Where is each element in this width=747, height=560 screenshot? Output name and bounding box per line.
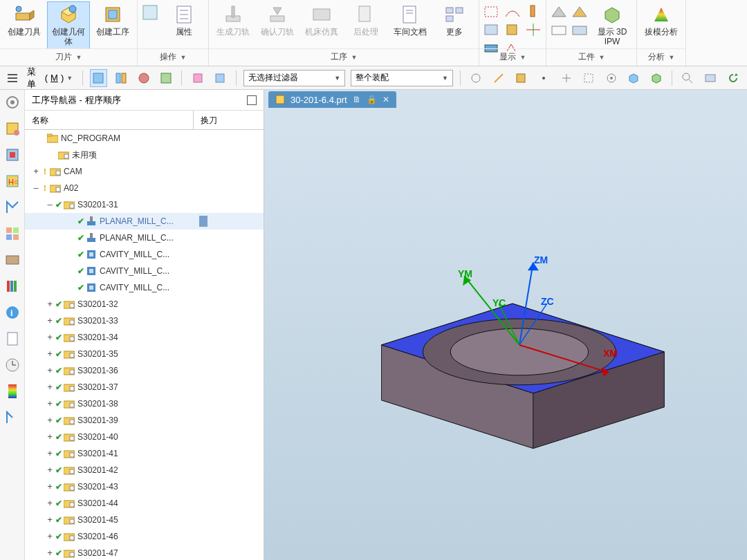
tree-row[interactable]: 未用项 [25, 147, 264, 163]
create-geometry-button[interactable]: 创建几何体 [47, 1, 90, 49]
expander-icon[interactable]: + [46, 349, 54, 359]
rail-doc-icon[interactable] [4, 330, 21, 347]
expander-icon[interactable]: + [46, 399, 54, 409]
disp-icon-6[interactable] [524, 22, 543, 37]
tb-view-4[interactable] [158, 69, 175, 87]
tb-snap-1[interactable] [468, 69, 485, 87]
wp-icon-4[interactable] [570, 22, 589, 37]
disp-icon-1[interactable] [482, 4, 501, 19]
nav-tree[interactable]: NC_PROGRAM未用项+CAM–A02–S30201-31PLANAR_MI… [25, 130, 264, 560]
chevron-down-icon[interactable]: ▼ [351, 54, 358, 61]
tb-snap-3[interactable] [513, 69, 530, 87]
menu-button[interactable]: 菜单(M)▼ [24, 66, 75, 91]
show-3d-ipw-button[interactable]: 显示 3D IPW [591, 1, 634, 49]
expander-icon[interactable]: – [32, 183, 40, 193]
tree-row[interactable]: +S30201-42 [25, 462, 264, 478]
rail-clock-icon[interactable] [4, 357, 21, 373]
chevron-down-icon[interactable]: ▼ [520, 54, 526, 61]
tb-box-2[interactable] [648, 69, 665, 87]
file-tab[interactable]: 30-201-6.4.prt 🗎 🔒 ✕ [268, 91, 396, 108]
tab-close-button[interactable]: ✕ [382, 95, 389, 104]
tb-snap-6[interactable] [580, 69, 598, 87]
tree-row[interactable]: +S30201-38 [25, 395, 264, 412]
tree-row[interactable]: +S30201-33 [25, 312, 264, 329]
chevron-down-icon[interactable]: ▼ [669, 54, 675, 61]
tb-box-1[interactable] [625, 69, 643, 87]
draft-analysis-button[interactable]: 拔模分析 [640, 1, 683, 39]
col-toolchange[interactable]: 换刀 [194, 111, 264, 129]
disp-icon-4[interactable] [482, 22, 501, 37]
tb-search[interactable] [679, 69, 697, 87]
more-button[interactable]: 更多 [433, 1, 476, 39]
tree-row[interactable]: –A02 [25, 180, 264, 196]
tree-row[interactable]: +S30201-34 [25, 329, 264, 346]
expander-icon[interactable]: + [46, 498, 54, 508]
tree-row[interactable]: +S30201-47 [25, 545, 264, 560]
selection-filter-combo[interactable]: 无选择过滤器▼ [243, 70, 346, 86]
canvas[interactable]: XM YM ZM YC ZC [264, 109, 747, 560]
tree-row[interactable]: PLANAR_MILL_C... [25, 213, 264, 230]
expander-icon[interactable]: + [46, 532, 54, 541]
tree-row[interactable]: PLANAR_MILL_C... [25, 230, 264, 246]
verify-toolpath-button[interactable]: 确认刀轨 [256, 1, 299, 39]
rail-geometry-icon[interactable]: H○ [4, 173, 21, 189]
tb-view-1[interactable] [90, 69, 107, 87]
chevron-down-icon[interactable]: ▼ [599, 54, 605, 61]
wp-icon-3[interactable] [549, 22, 569, 37]
col-name[interactable]: 名称 [25, 111, 194, 129]
menu-icon[interactable] [6, 71, 19, 85]
tb-tool-1[interactable] [189, 69, 206, 87]
tree-row[interactable]: +S30201-36 [25, 362, 264, 379]
tree-row[interactable]: +S30201-32 [25, 296, 264, 312]
tb-tool-2[interactable] [212, 69, 229, 87]
expander-icon[interactable]: + [46, 548, 54, 558]
tree-row[interactable]: +S30201-35 [25, 346, 264, 362]
tree-row[interactable]: +S30201-40 [25, 429, 264, 445]
tb-snap-7[interactable] [602, 69, 620, 87]
tree-row[interactable]: +CAM [25, 163, 264, 180]
tree-row[interactable]: CAVITY_MILL_C... [25, 279, 264, 296]
rail-machine2-icon[interactable] [4, 252, 21, 268]
rail-library-icon[interactable] [4, 278, 21, 295]
tree-row[interactable]: +S30201-44 [25, 495, 264, 512]
rail-last-icon[interactable] [4, 409, 21, 426]
tree-row[interactable]: +S30201-41 [25, 445, 264, 462]
graphics-viewport[interactable]: 30-201-6.4.prt 🗎 🔒 ✕ [264, 90, 747, 560]
create-tool-button[interactable]: 创建刀具 [3, 1, 46, 39]
panel-maximize-icon[interactable] [247, 95, 257, 105]
rail-grid-icon[interactable] [4, 225, 21, 242]
tb-snap-5[interactable] [557, 69, 575, 87]
chevron-down-icon[interactable]: ▼ [181, 54, 187, 61]
disp-icon-5[interactable] [503, 22, 522, 37]
expander-icon[interactable]: + [46, 449, 54, 458]
disp-icon-2[interactable] [503, 4, 522, 19]
tree-row[interactable]: –S30201-31 [25, 196, 264, 213]
tab-save-icon[interactable]: 🗎 [353, 95, 361, 104]
filter-small-icon[interactable] [142, 4, 160, 22]
postprocess-button[interactable]: 后处理 [344, 1, 387, 39]
rail-program-icon[interactable] [4, 120, 21, 137]
tb-view-2[interactable] [113, 69, 130, 87]
expander-icon[interactable]: + [46, 465, 54, 475]
expander-icon[interactable]: + [46, 416, 54, 425]
tb-snap-2[interactable] [490, 69, 507, 87]
wp-icon-1[interactable] [549, 4, 569, 19]
tree-row[interactable]: CAVITY_MILL_C... [25, 263, 264, 279]
rail-info-icon[interactable]: i [4, 304, 21, 321]
expander-icon[interactable]: + [46, 333, 54, 342]
rail-gradient-icon[interactable] [4, 383, 21, 400]
tree-row[interactable]: +S30201-39 [25, 412, 264, 429]
properties-button[interactable]: 属性 [163, 1, 205, 39]
expander-icon[interactable]: + [46, 482, 54, 492]
expander-icon[interactable]: + [46, 299, 54, 309]
rail-settings-icon[interactable] [4, 94, 21, 111]
chevron-down-icon[interactable]: ▼ [76, 54, 82, 61]
expander-icon[interactable]: + [46, 515, 54, 525]
rail-machine-icon[interactable] [4, 147, 21, 163]
tree-row[interactable]: CAVITY_MILL_C... [25, 246, 264, 263]
expander-icon[interactable]: + [32, 167, 40, 176]
wp-icon-2[interactable] [570, 4, 589, 19]
expander-icon[interactable]: + [46, 366, 54, 375]
disp-icon-3[interactable] [524, 4, 543, 19]
rail-methods-icon[interactable] [4, 199, 21, 216]
